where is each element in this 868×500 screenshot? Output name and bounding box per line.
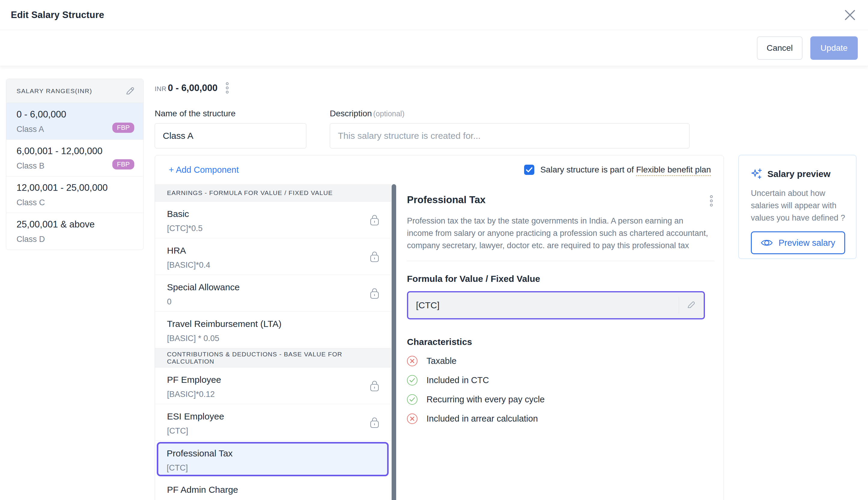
edit-ranges-pencil-icon[interactable]: [125, 86, 135, 96]
component-row-travel-reimbursement[interactable]: Travel Reimbursement (LTA) [BASIC] * 0.0…: [155, 311, 391, 348]
formula-section-label: Formula for Value / Fixed Value: [407, 274, 715, 284]
component-row-pf-employee[interactable]: PF Employee [BASIC]*0.12: [155, 367, 391, 404]
salary-range-item-class-a[interactable]: 0 - 6,00,000 Class A FBP: [6, 103, 143, 140]
edit-salary-structure-modal: Edit Salary Structure Cancel Update SALA…: [0, 0, 868, 500]
lock-icon: [369, 250, 380, 263]
salary-ranges-title: SALARY RANGES(INR): [16, 88, 92, 95]
fbp-tooltip-link[interactable]: Flexible benefit plan: [636, 165, 711, 176]
component-row-pf-admin-charge[interactable]: PF Admin Charge: [155, 477, 391, 500]
salary-range-item-class-c[interactable]: 12,00,001 - 25,00,000 Class C: [6, 177, 143, 213]
description-label-row: Description (optional): [330, 109, 690, 118]
detail-description: Profession tax the tax by the state gove…: [407, 215, 711, 252]
update-button[interactable]: Update: [810, 36, 858, 60]
detail-title: Professional Tax: [407, 194, 486, 205]
pencil-icon: [686, 300, 696, 310]
component-row-professional-tax-selected: Professional Tax [CTC]: [155, 441, 391, 477]
currency-label: INR: [155, 85, 166, 93]
fbp-badge: FBP: [112, 123, 134, 133]
selected-component-box[interactable]: Professional Tax [CTC]: [157, 442, 389, 476]
range-menu-kebab-icon[interactable]: [225, 81, 230, 95]
characteristics-title: Characteristics: [407, 337, 715, 347]
lock-icon: [369, 287, 380, 299]
circled-check-icon: [407, 375, 417, 386]
characteristic-recurring: Recurring with every pay cycle: [407, 394, 715, 405]
action-bar: Cancel Update: [0, 30, 868, 66]
selected-range-value: 0 - 6,00,000: [168, 83, 218, 93]
formula-edit-button[interactable]: [679, 297, 704, 314]
components-card: + Add Component Salary structure is part…: [155, 155, 724, 500]
fbp-checkbox-row: Salary structure is part of Flexible ben…: [524, 165, 711, 175]
list-scrollbar-track: [391, 184, 397, 500]
salary-range-item-class-d[interactable]: 25,00,001 & above Class D: [6, 213, 143, 250]
add-component-link[interactable]: + Add Component: [169, 165, 239, 175]
close-button[interactable]: [843, 8, 857, 22]
structure-name-field-group: Name of the structure: [155, 109, 306, 148]
detail-menu-kebab-icon[interactable]: [709, 194, 714, 208]
circled-x-icon: [407, 356, 417, 366]
range-class: Class C: [16, 198, 135, 207]
eye-icon: [761, 239, 773, 247]
lock-icon: [369, 416, 380, 429]
selected-range-heading: INR 0 - 6,00,000: [155, 81, 230, 95]
salary-ranges-panel: SALARY RANGES(INR) 0 - 6,00,000 Class A …: [6, 79, 143, 250]
component-row-hra[interactable]: HRA [BASIC]*0.4: [155, 238, 391, 275]
check-icon: [526, 167, 533, 172]
range-class: Class D: [16, 235, 135, 244]
close-icon: [844, 9, 856, 21]
detail-header: Professional Tax: [407, 194, 715, 208]
formula-input[interactable]: [CTC]: [407, 291, 705, 319]
range-value: 25,00,001 & above: [16, 219, 135, 230]
fbp-badge: FBP: [112, 159, 134, 170]
salary-preview-header: Salary preview: [751, 168, 845, 180]
description-input[interactable]: [330, 123, 690, 148]
page-title: Edit Salary Structure: [11, 10, 104, 21]
components-card-header: + Add Component Salary structure is part…: [155, 155, 724, 184]
circled-x-icon: [407, 413, 417, 424]
range-value: 0 - 6,00,000: [16, 109, 135, 120]
description-field-group: Description (optional): [330, 109, 690, 148]
modal-content: SALARY RANGES(INR) 0 - 6,00,000 Class A …: [0, 66, 868, 500]
range-value: 6,00,001 - 12,00,000: [16, 146, 135, 157]
component-row-special-allowance[interactable]: Special Allowance 0: [155, 275, 391, 311]
component-detail-pane: Professional Tax Profession tax the tax …: [397, 184, 724, 500]
components-card-body: EARNINGS - FORMULA FOR VALUE / FIXED VAL…: [155, 184, 724, 500]
sparkle-icon: [751, 168, 762, 180]
component-row-basic[interactable]: Basic [CTC]*0.5: [155, 202, 391, 238]
fbp-checkbox-label: Salary structure is part of Flexible ben…: [540, 165, 711, 174]
description-label: Description: [330, 109, 372, 118]
list-scrollbar-thumb[interactable]: [392, 184, 396, 500]
fbp-checkbox[interactable]: [524, 165, 534, 175]
structure-name-label: Name of the structure: [155, 109, 306, 118]
salary-preview-text: Uncertain about how salaries will appear…: [751, 187, 845, 224]
range-value: 12,00,001 - 25,00,000: [16, 182, 135, 193]
cancel-button[interactable]: Cancel: [757, 36, 802, 60]
modal-titlebar: Edit Salary Structure: [0, 0, 868, 30]
preview-salary-button[interactable]: Preview salary: [751, 231, 845, 254]
salary-preview-panel: Salary preview Uncertain about how salar…: [738, 155, 857, 259]
lock-icon: [369, 379, 380, 392]
section-header-deductions: CONTRIBUTIONS & DEDUCTIONS - BASE VALUE …: [155, 348, 391, 367]
circled-check-icon: [407, 394, 417, 405]
salary-ranges-header: SALARY RANGES(INR): [6, 79, 143, 103]
characteristic-taxable: Taxable: [407, 356, 715, 366]
lock-icon: [369, 214, 380, 226]
salary-preview-title: Salary preview: [767, 169, 831, 179]
characteristic-included-in-ctc: Included in CTC: [407, 375, 715, 386]
structure-name-input[interactable]: [155, 123, 306, 148]
component-list: EARNINGS - FORMULA FOR VALUE / FIXED VAL…: [155, 184, 391, 500]
section-header-earnings: EARNINGS - FORMULA FOR VALUE / FIXED VAL…: [155, 184, 391, 202]
component-row-esi-employee[interactable]: ESI Employee [CTC]: [155, 404, 391, 441]
description-optional-label: (optional): [373, 109, 405, 118]
salary-range-item-class-b[interactable]: 6,00,001 - 12,00,000 Class B FBP: [6, 140, 143, 177]
formula-value: [CTC]: [416, 300, 439, 310]
characteristic-arrear: Included in arrear calculation: [407, 413, 715, 424]
